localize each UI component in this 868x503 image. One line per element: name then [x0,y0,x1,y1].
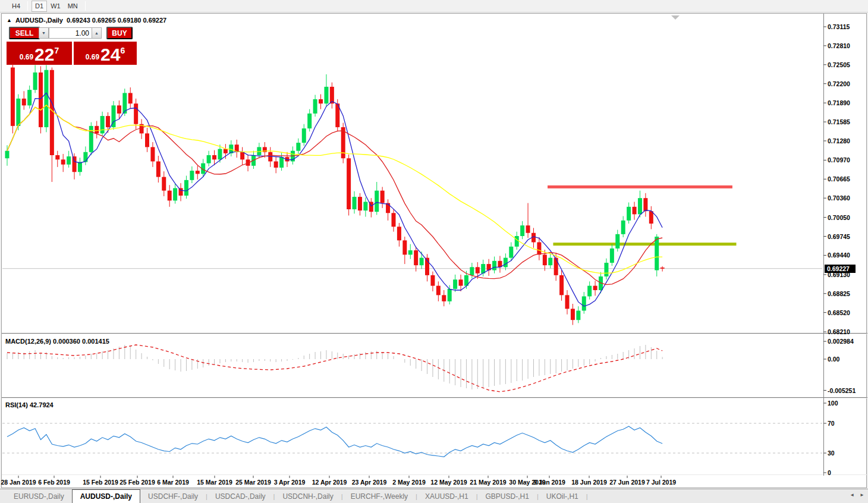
candle-body [27,90,32,105]
candle-body [240,152,244,160]
support-line[interactable] [553,243,736,246]
resistance-line[interactable] [548,186,732,188]
candle-body [5,151,10,159]
timeframe-mn[interactable]: MN [64,1,81,12]
candle-body [224,149,228,153]
candle-body [554,258,558,275]
chart-window[interactable]: ▲ AUDUSD-,Daily 0.69243 0.69265 0.69180 … [1,13,867,488]
candle-body [50,70,54,155]
rsi-axis-label: 100 [828,400,838,407]
timeframe-w1[interactable]: W1 [47,1,64,12]
tab-usdchf-daily[interactable]: USDCHF-,Daily [140,490,206,503]
tabs-scroll-right-icon[interactable]: ► [860,492,864,498]
candle-body [83,152,87,162]
candle-body [414,250,418,265]
candle-body [515,236,519,247]
macd-signal-line [7,345,662,392]
candle-body [509,247,513,258]
price-axis-label: 0.72505 [828,61,850,68]
candle-body [358,197,362,210]
candle-body [453,279,457,289]
candle-body [67,156,71,165]
tab-gbpusd-h1[interactable]: GBPUSD-,H1 [478,490,537,503]
candle-body [296,143,300,151]
date-axis-label: 2 May 2019 [392,479,425,486]
candle-body [420,258,424,266]
candle-body [353,197,357,209]
candle-body [402,240,407,254]
candle-body [39,73,43,127]
candle-body [150,147,155,161]
candle-body [565,295,570,309]
candle-body [397,227,401,240]
candle-body [95,126,99,134]
candle-body [302,128,306,143]
date-axis-label: 3 Apr 2019 [274,479,306,486]
rsi-axis-label: 0 [828,469,831,476]
price-axis-label: 0.70970 [828,156,850,164]
candle-body [408,250,413,254]
candle-body [100,116,105,133]
candle-body [492,261,496,271]
macd-axis-label: -0.005251 [828,387,856,394]
candle-body [313,99,317,114]
tab-eurusd-daily[interactable]: EURUSD-,Daily [6,490,72,503]
tab-xauusd-h1[interactable]: XAUUSD-,H1 [417,490,476,503]
date-axis-label: 6 Feb 2019 [38,479,70,486]
rsi-axis-label: 30 [828,449,835,457]
tabs-scroll-left-icon[interactable]: ◄ [850,492,854,498]
price-axis-label: 0.72200 [828,80,850,87]
date-axis-label: 15 Mar 2019 [197,479,232,486]
candle-body [324,87,328,103]
candle-body [319,99,323,103]
tab-separator: | [586,493,588,500]
tab-eurchf-weekly[interactable]: EURCHF-,Weekly [343,490,416,503]
date-axis-label: 12 May 2019 [430,479,467,486]
candle-body [430,275,435,286]
moving-average-line [7,105,662,273]
candle-body [520,225,524,236]
rsi-line [7,426,662,457]
price-axis-label: 0.70050 [828,214,850,221]
price-axis-label: 0.70360 [828,194,850,202]
toolbar-separator [85,1,86,11]
date-axis-label: 28 Jan 2019 [1,479,36,486]
price-axis-label: 0.69745 [828,233,850,240]
tab-usdcnh-daily[interactable]: USDCNH-,Daily [275,490,341,503]
macd-axis-label: 0.00 [828,356,839,363]
candle-body [470,267,474,275]
tab-usdcad-daily[interactable]: USDCAD-,Daily [207,490,273,503]
candle-body [537,242,541,254]
tab-ukoil-h1[interactable]: UKOil-,H1 [539,490,586,503]
price-axis-label: 0.72810 [828,42,850,49]
timeframe-h4[interactable]: H4 [8,1,24,12]
candle-body [207,155,211,164]
candle-body [655,237,659,270]
candle-body [168,191,172,201]
toolbar-separator [27,1,28,11]
candle-body [643,198,647,211]
candle-body [571,309,575,320]
price-axis-label: 0.68210 [828,328,850,335]
price-axis-label: 0.71280 [828,137,850,144]
candle-body [436,286,441,295]
timeframe-d1[interactable]: D1 [32,1,47,12]
date-axis-label: 6 Mar 2019 [157,479,189,486]
candle-body [162,177,166,191]
macd-axis-label: 0.002984 [828,338,854,345]
tab-audusd-daily[interactable]: AUDUSD-,Daily [72,489,140,503]
moving-average-line [7,105,662,285]
candle-body [615,234,619,249]
tab-scroll-arrows: ◄ ► [850,492,864,498]
candle-body [134,103,138,124]
candle-body [442,295,446,301]
candle-body [78,162,82,172]
candle-body [61,159,65,164]
candle-body [363,202,367,210]
candle-body [44,70,48,127]
candle-body [559,275,564,295]
candle-body [128,93,133,103]
date-axis-label: 7 Jul 2019 [646,479,676,486]
candle-body [212,155,216,159]
chart-canvas[interactable] [2,14,867,488]
